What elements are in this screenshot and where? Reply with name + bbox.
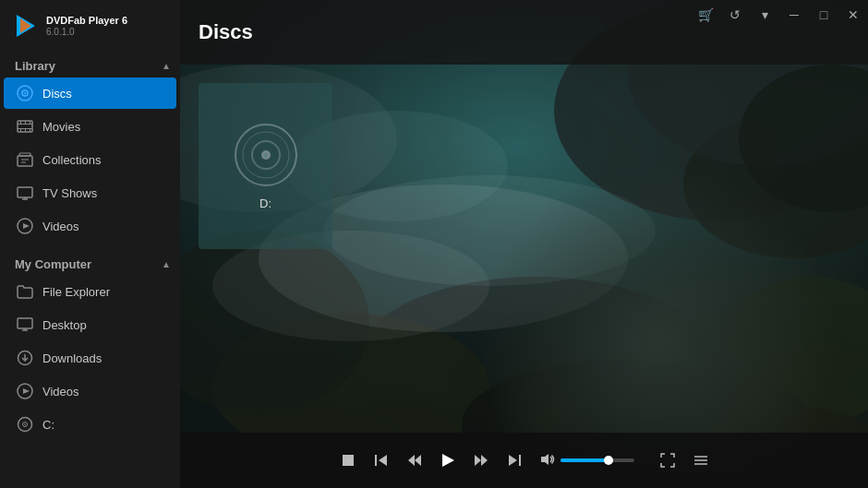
minimize-icon[interactable]: ─	[779, 0, 809, 30]
disc-graphic	[234, 123, 298, 187]
disc-icon	[17, 85, 33, 101]
video-icon-2	[17, 383, 33, 399]
refresh-icon[interactable]: ↺	[720, 0, 750, 30]
drive-icon	[17, 416, 33, 433]
svg-marker-57	[379, 455, 387, 466]
svg-marker-62	[481, 455, 488, 466]
controls-bar	[180, 433, 868, 488]
app-logo: DVDFab Player 6 6.0.1.0	[0, 0, 180, 52]
library-chevron: ▲	[162, 61, 171, 71]
mycomputer-section-header[interactable]: My Computer ▲	[0, 250, 180, 275]
volume-fill	[561, 458, 609, 462]
cart-icon[interactable]: 🛒	[691, 0, 720, 30]
fast-forward-button[interactable]	[466, 446, 496, 475]
volume-icon[interactable]	[540, 452, 555, 470]
maximize-icon[interactable]: □	[809, 0, 838, 30]
svg-marker-65	[541, 454, 549, 465]
sidebar-item-file-explorer[interactable]: File Explorer	[4, 276, 176, 307]
fullscreen-button[interactable]	[653, 446, 682, 475]
svg-rect-31	[18, 156, 32, 166]
app-logo-icon	[9, 11, 39, 41]
svg-rect-29	[25, 128, 26, 132]
svg-rect-56	[375, 455, 377, 466]
sidebar-item-videos2[interactable]: Videos	[4, 375, 176, 407]
svg-rect-30	[30, 128, 30, 132]
page-title: Discs	[199, 20, 253, 44]
svg-marker-59	[415, 455, 421, 466]
mycomputer-chevron: ▲	[162, 259, 171, 269]
video-icon	[17, 218, 33, 234]
svg-point-49	[24, 423, 26, 425]
app-version: 6.0.1.0	[46, 27, 127, 37]
volume-section	[540, 452, 634, 470]
volume-thumb	[604, 456, 613, 465]
svg-rect-35	[18, 187, 32, 197]
svg-rect-32	[19, 153, 30, 156]
collection-icon	[17, 151, 33, 168]
sidebar: DVDFab Player 6 6.0.1.0 Library ▲ Discs	[0, 0, 180, 488]
download-icon	[17, 350, 33, 366]
svg-marker-39	[23, 223, 30, 229]
disc-drive-label: D:	[259, 196, 271, 210]
disc-svg	[17, 85, 33, 101]
svg-rect-63	[519, 455, 521, 466]
svg-marker-64	[509, 455, 517, 466]
app-name: DVDFab Player 6	[46, 15, 127, 27]
disc-card[interactable]: D:	[199, 83, 332, 249]
rewind-button[interactable]	[400, 446, 429, 475]
svg-marker-61	[475, 455, 481, 466]
close-icon[interactable]: ✕	[838, 0, 868, 30]
sidebar-item-movies[interactable]: Movies	[4, 111, 176, 142]
content-area: D:	[180, 65, 868, 433]
svg-rect-27	[30, 121, 30, 124]
menu-icon[interactable]: ▾	[750, 0, 779, 30]
svg-rect-40	[18, 318, 32, 328]
prev-track-button[interactable]	[367, 446, 396, 475]
svg-rect-25	[20, 121, 21, 124]
sidebar-item-c-drive[interactable]: C:	[4, 409, 176, 440]
svg-rect-55	[343, 455, 354, 466]
svg-point-21	[24, 92, 26, 94]
volume-slider[interactable]	[561, 458, 634, 462]
sidebar-item-desktop[interactable]: Desktop	[4, 309, 176, 340]
svg-rect-28	[20, 128, 21, 132]
sidebar-item-collections[interactable]: Collections	[4, 144, 176, 175]
stop-button[interactable]	[333, 446, 363, 475]
sidebar-item-videos[interactable]: Videos	[4, 210, 176, 242]
svg-marker-58	[408, 455, 415, 466]
titlebar-buttons: 🛒 ↺ ▾ ─ □ ✕	[691, 0, 868, 30]
play-button[interactable]	[433, 446, 463, 475]
playlist-button[interactable]	[686, 446, 716, 475]
next-track-button[interactable]	[500, 446, 529, 475]
sidebar-item-downloads[interactable]: Downloads	[4, 342, 176, 374]
tv-icon	[17, 184, 33, 201]
svg-marker-46	[23, 388, 30, 394]
library-section-header[interactable]: Library ▲	[0, 52, 180, 77]
svg-rect-26	[25, 121, 26, 124]
right-controls	[653, 446, 716, 475]
sidebar-item-discs[interactable]: Discs	[4, 77, 176, 109]
sidebar-item-tvshows[interactable]: TV Shows	[4, 177, 176, 208]
desktop-icon	[17, 316, 33, 333]
folder-icon	[17, 283, 33, 300]
svg-marker-60	[442, 454, 454, 467]
movie-icon	[17, 118, 33, 135]
svg-point-54	[264, 153, 268, 157]
logo-text: DVDFab Player 6 6.0.1.0	[46, 15, 127, 37]
svg-rect-23	[18, 124, 32, 125]
